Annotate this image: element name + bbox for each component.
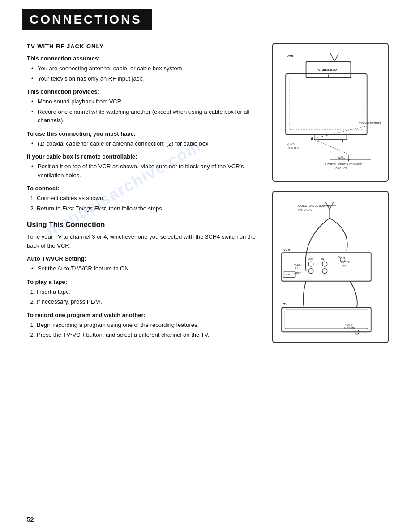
- step2-italic: First Things First: [62, 205, 106, 212]
- svg-text:L  L: L L: [295, 267, 299, 270]
- svg-point-34: [322, 262, 327, 266]
- svg-text:TRANSMITTERS: TRANSMITTERS: [359, 122, 381, 125]
- svg-text:VCR: VCR: [287, 54, 294, 58]
- svg-text:AUDIO: AUDIO: [294, 263, 301, 266]
- svg-line-21: [334, 53, 338, 61]
- list-item: Your television has only an RF input jac…: [31, 74, 263, 83]
- svg-text:WALL: WALL: [338, 156, 346, 159]
- svg-text:TV: TV: [342, 265, 346, 267]
- svg-text:ANTENNA: ANTENNA: [344, 327, 355, 330]
- svg-text:IN: IN: [338, 256, 340, 258]
- list-item: (1) coaxial cable for cable or antenna c…: [31, 139, 263, 148]
- provides-list: Mono sound playback from VCR. Record one…: [27, 97, 263, 125]
- assumes-list: You are connecting antenna, cable, or ca…: [27, 64, 263, 83]
- svg-text:Position Remote-Controllable: Position Remote-Controllable: [325, 163, 363, 166]
- record-label: To record one program and watch another:: [27, 312, 263, 318]
- svg-rect-28: [282, 253, 371, 281]
- svg-text:CABLE BOX: CABLE BOX: [318, 68, 338, 72]
- svg-text:OUT TO: OUT TO: [341, 261, 350, 263]
- svg-text:Cable Box: Cable Box: [334, 167, 347, 170]
- connect-label: To connect:: [27, 185, 263, 192]
- svg-text:SIGNALS: SIGNALS: [287, 146, 299, 150]
- top-diagram-svg: CABLE BOX VCR VCR'S SIGNALS TRANSMITTERS…: [278, 48, 383, 176]
- left-column: TV WITH RF JACK ONLY This connection ass…: [27, 43, 263, 352]
- svg-text:ANTENNA: ANTENNA: [298, 208, 312, 211]
- section2-title: Using This Connection: [27, 221, 263, 229]
- page-number: 52: [27, 516, 34, 523]
- svg-text:VCR: VCR: [283, 248, 291, 252]
- section2: Using This Connection Tune your TV to ch…: [27, 221, 263, 339]
- page-title: CONNECTIONS: [30, 13, 142, 27]
- svg-rect-17: [318, 140, 342, 142]
- right-column: CABLE BOX VCR VCR'S SIGNALS TRANSMITTERS…: [272, 43, 393, 352]
- svg-point-32: [308, 262, 313, 266]
- header-bar: CONNECTIONS: [22, 9, 152, 30]
- svg-point-33: [308, 269, 313, 274]
- main-content: TV WITH RF JACK ONLY This connection ass…: [27, 43, 393, 352]
- list-item: Return to First Things First, then follo…: [37, 204, 263, 213]
- svg-text:CABLE/: CABLE/: [345, 324, 354, 326]
- list-item: Begin recording a program using one of t…: [37, 321, 263, 330]
- svg-point-35: [322, 269, 327, 274]
- list-item: Position it on top of the VCR as shown. …: [31, 162, 263, 180]
- step2-end: , then follow the steps.: [106, 205, 163, 212]
- section1-title: TV WITH RF JACK ONLY: [27, 43, 263, 50]
- top-diagram: CABLE BOX VCR VCR'S SIGNALS TRANSMITTERS…: [272, 43, 389, 182]
- auto-label: Auto TV/VCR Setting:: [27, 255, 263, 262]
- svg-rect-45: [282, 308, 371, 332]
- provides-label: This connection provides:: [27, 88, 263, 95]
- svg-rect-1: [290, 77, 363, 130]
- page: CONNECTIONS manualsarchive.com TV WITH R…: [0, 0, 411, 532]
- svg-text:IN: IN: [321, 257, 324, 260]
- svg-point-18: [311, 137, 313, 140]
- bottom-diagram-svg: CABLE, CABLE BOX, OR ANTENNA VCR OUT IN: [278, 196, 383, 338]
- auto-list: Set the Auto TV/VCR feature to ON.: [27, 264, 263, 273]
- cable-box-list: Position it on top of the VCR as shown. …: [27, 162, 263, 180]
- list-item: Set the Auto TV/VCR feature to ON.: [31, 264, 263, 273]
- svg-line-5: [312, 126, 367, 139]
- list-item: You are connecting antenna, cable, or ca…: [31, 64, 263, 73]
- svg-text:3 CH 4: 3 CH 4: [284, 273, 292, 276]
- record-steps: Begin recording a program using one of t…: [27, 321, 263, 339]
- play-steps: Insert a tape. If necessary, press PLAY.: [27, 287, 263, 306]
- assumes-label: This connection assumes:: [27, 55, 263, 62]
- svg-text:CABLE, CABLE BOX, OR: CABLE, CABLE BOX, OR: [298, 204, 331, 207]
- svg-text:VIDEO: VIDEO: [294, 272, 301, 275]
- list-item: Connect cables as shown.: [37, 194, 263, 203]
- svg-line-20: [330, 53, 334, 61]
- svg-text:TV: TV: [283, 302, 287, 306]
- svg-rect-47: [285, 310, 368, 329]
- list-item: Press the TV•VCR button, and select a di…: [37, 330, 263, 339]
- cable-box-label: If your cable box is remote controllable…: [27, 153, 263, 160]
- play-label: To play a tape:: [27, 279, 263, 285]
- must-have-label: To use this connection, you must have:: [27, 130, 263, 137]
- list-item: Record one channel while watching anothe…: [31, 107, 263, 125]
- list-item: If necessary, press PLAY.: [37, 297, 263, 306]
- bottom-diagram: CABLE, CABLE BOX, OR ANTENNA VCR OUT IN: [272, 191, 389, 343]
- must-have-list: (1) coaxial cable for cable or antenna c…: [27, 139, 263, 148]
- svg-text:OUT: OUT: [308, 257, 313, 260]
- list-item: Mono sound playback from VCR.: [31, 97, 263, 106]
- list-item: Insert a tape.: [37, 287, 263, 296]
- svg-rect-0: [286, 74, 367, 135]
- svg-rect-16: [314, 135, 347, 140]
- connect-steps: Connect cables as shown. Return to First…: [27, 194, 263, 213]
- svg-text:VCR'S: VCR'S: [287, 142, 295, 146]
- section2-intro: Tune your TV to channel 3 or 4, whicheve…: [27, 232, 263, 250]
- step2-normal: Return to: [37, 205, 62, 212]
